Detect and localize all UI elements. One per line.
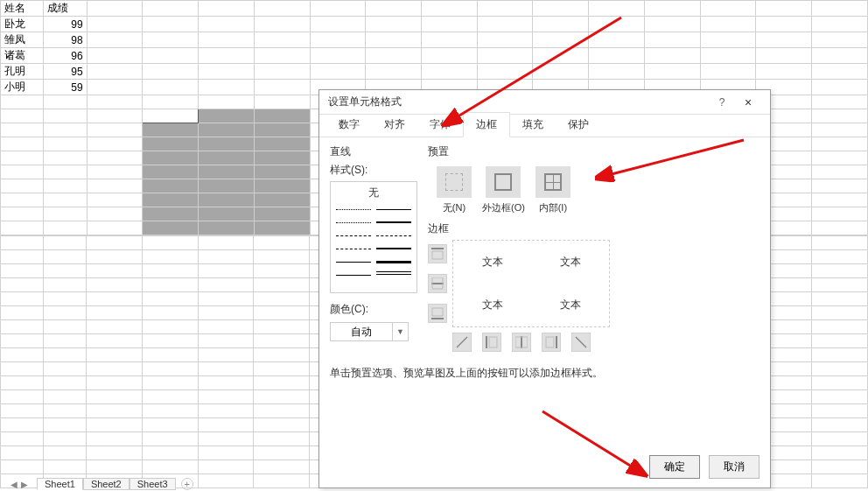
dialog-tabs: 数字 对齐 字体 边框 填充 保护: [319, 115, 770, 137]
svg-rect-9: [521, 336, 522, 348]
sheet-tabs-bar: ◀ ▶ Sheet1 Sheet2 Sheet3 +: [9, 477, 193, 491]
dialog-close-button[interactable]: ×: [735, 95, 761, 109]
preset-outline-icon: [486, 166, 521, 198]
color-label: 颜色(C):: [330, 302, 419, 317]
line-section-label: 直线: [330, 144, 419, 159]
cancel-button[interactable]: 取消: [709, 455, 760, 479]
svg-rect-11: [556, 336, 557, 348]
sheet-add-button[interactable]: +: [181, 478, 193, 490]
style-label: 样式(S):: [330, 163, 419, 178]
sheet-tab-2[interactable]: Sheet2: [83, 478, 130, 490]
preview-cell: 文本: [482, 255, 503, 270]
tab-nav-prev[interactable]: ◀: [9, 480, 19, 489]
line-style-list[interactable]: 无: [330, 181, 417, 293]
table-row: 诸葛96: [1, 48, 868, 64]
presets-label: 预置: [428, 144, 760, 159]
border-top-button[interactable]: [428, 244, 447, 263]
border-diag-down-button[interactable]: [571, 333, 591, 352]
color-select[interactable]: 自动: [330, 322, 393, 341]
border-left-button[interactable]: [482, 333, 501, 352]
border-vertical-button[interactable]: [512, 333, 531, 352]
dialog-help-button[interactable]: ?: [709, 96, 735, 109]
svg-rect-8: [489, 337, 497, 347]
border-horizontal-button[interactable]: [428, 274, 447, 293]
preset-inside-icon: [536, 166, 570, 198]
dialog-title: 设置单元格格式: [328, 95, 709, 109]
tab-nav-next[interactable]: ▶: [19, 480, 30, 489]
header-score[interactable]: 成绩: [44, 1, 87, 17]
border-right-button[interactable]: [542, 333, 561, 352]
svg-rect-0: [431, 248, 444, 249]
header-name[interactable]: 姓名: [1, 1, 44, 17]
sheet-tab-1[interactable]: Sheet1: [37, 478, 83, 490]
preset-inside[interactable]: 内部(I): [536, 166, 570, 214]
tab-border[interactable]: 边框: [463, 112, 510, 137]
preset-none-icon: [437, 166, 472, 198]
preview-cell: 文本: [482, 298, 503, 312]
svg-rect-1: [432, 251, 443, 259]
ok-button[interactable]: 确定: [649, 455, 700, 479]
style-none-option[interactable]: 无: [336, 186, 411, 200]
svg-rect-12: [546, 337, 554, 347]
preset-outline[interactable]: 外边框(O): [482, 166, 525, 214]
tab-alignment[interactable]: 对齐: [372, 113, 417, 137]
border-preview[interactable]: 文本 文本 文本 文本: [452, 240, 610, 327]
svg-rect-7: [486, 336, 487, 348]
tab-fill[interactable]: 填充: [510, 113, 556, 137]
svg-line-13: [576, 337, 586, 347]
tab-protection[interactable]: 保护: [556, 113, 601, 137]
preset-none[interactable]: 无(N): [437, 166, 472, 214]
active-cell[interactable]: [143, 109, 199, 123]
preview-cell: 文本: [560, 298, 581, 312]
border-diag-up-button[interactable]: [452, 333, 472, 352]
tab-navigation: ◀ ▶: [9, 480, 30, 489]
color-dropdown-icon[interactable]: ▼: [393, 322, 409, 341]
svg-rect-2: [431, 283, 444, 284]
table-row: 雏凤98: [1, 32, 868, 48]
format-cells-dialog: 设置单元格格式 ? × 数字 对齐 字体 边框 填充 保护 直线 样式(S): …: [318, 89, 771, 488]
border-label: 边框: [428, 221, 760, 236]
svg-line-6: [457, 337, 467, 347]
svg-rect-5: [432, 308, 443, 316]
border-bottom-button[interactable]: [428, 304, 447, 323]
tab-number[interactable]: 数字: [326, 113, 372, 137]
preview-cell: 文本: [560, 255, 581, 270]
dialog-titlebar[interactable]: 设置单元格格式 ? ×: [319, 90, 770, 115]
table-row: 孔明95: [1, 64, 868, 80]
tab-font[interactable]: 字体: [417, 113, 463, 137]
table-row: 卧龙99: [1, 17, 868, 32]
svg-rect-4: [431, 318, 444, 319]
dialog-hint: 单击预置选项、预览草图及上面的按钮可以添加边框样式。: [330, 366, 760, 381]
sheet-tab-3[interactable]: Sheet3: [130, 478, 176, 490]
